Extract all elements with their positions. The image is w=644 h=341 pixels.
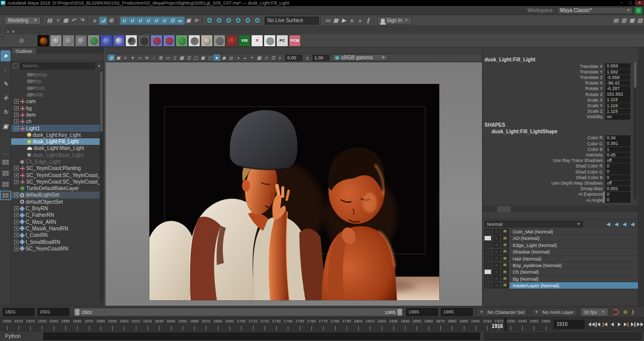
scale-tool-icon[interactable]: ▣: [1, 121, 11, 132]
panel-menu-item[interactable]: [126, 47, 134, 53]
resolution-gate-icon[interactable]: ▯: [171, 54, 178, 61]
outliner-row[interactable]: +C_FatherRN: [11, 212, 103, 218]
attr-value-field[interactable]: 0: [605, 197, 630, 203]
timeline-tick[interactable]: 1910: [481, 318, 493, 331]
outliner-scrollbar[interactable]: [100, 70, 103, 303]
chevron-down-icon[interactable]: ▼: [97, 64, 101, 68]
layer-blend-mode-select[interactable]: Normal ▼: [485, 221, 583, 227]
layer-renderable-toggle[interactable]: [484, 283, 492, 288]
expand-toggle-icon[interactable]: +: [14, 180, 19, 184]
fit-selection-icon[interactable]: [254, 17, 262, 25]
timeline-tick[interactable]: 1680: [212, 318, 223, 331]
current-frame-marker[interactable]: [505, 318, 507, 331]
field-chart-icon[interactable]: ⊡: [185, 54, 192, 61]
timeline-tick[interactable]: 1580: [95, 318, 106, 331]
lock-selection-icon[interactable]: ▣: [185, 17, 193, 25]
layer-renderable-toggle[interactable]: [484, 242, 492, 247]
gate-mask-icon[interactable]: ▩: [178, 54, 185, 61]
texture-face-icon[interactable]: [113, 35, 125, 47]
timeline-tick[interactable]: 1630: [153, 318, 165, 331]
evaluation-mode-icon[interactable]: [244, 17, 252, 25]
blue-grid-icon[interactable]: [100, 35, 112, 47]
red-dome-box2-icon[interactable]: [163, 35, 175, 47]
pcb-icon[interactable]: PCB: [289, 35, 301, 47]
layer-renderable-toggle[interactable]: [484, 235, 492, 241]
select-component-icon[interactable]: ⊞: [107, 17, 115, 25]
smooth-shade-icon[interactable]: ●: [213, 54, 220, 61]
divider[interactable]: [202, 17, 204, 25]
attr-value-field[interactable]: -6.287: [605, 86, 630, 92]
Edge_Light (Normal)[interactable]: ○▤Edge_Light (Normal): [482, 242, 638, 248]
motion-blur-icon[interactable]: ◓: [249, 54, 256, 61]
expand-toggle-icon[interactable]: +: [14, 166, 19, 170]
layer-type-icon[interactable]: ▤: [501, 263, 509, 268]
layer-renderable-toggle[interactable]: [484, 229, 492, 234]
timeline-tick[interactable]: 1540: [48, 318, 59, 331]
outliner-row[interactable]: front: [11, 85, 103, 92]
timeline-tick[interactable]: 1690: [223, 318, 235, 331]
attr-value-field[interactable]: 0.34: [605, 135, 630, 141]
layer-type-icon[interactable]: ▤: [501, 276, 509, 281]
timeline-tick[interactable]: 1800: [352, 318, 364, 331]
Coin_Mat (Normal)[interactable]: ○▤Coin_Mat (Normal): [482, 228, 638, 235]
timeline-tick[interactable]: 1730: [270, 318, 282, 331]
side-by-side-layout-icon[interactable]: [1, 181, 10, 188]
panel-menu-item[interactable]: [28, 54, 34, 61]
grip-handle[interactable]: [1, 36, 4, 45]
shelf-options-icon[interactable]: ▾: [11, 29, 16, 34]
red-dome-box-icon[interactable]: [150, 35, 163, 47]
render-sequence-icon[interactable]: »: [356, 17, 364, 25]
output-connections-icon[interactable]: [215, 17, 223, 25]
layer-type-icon[interactable]: ▤: [501, 229, 509, 234]
lock-camera-icon[interactable]: ▣: [115, 54, 122, 61]
select-tool-icon[interactable]: ➤: [1, 50, 11, 61]
masterLayer (Normal)[interactable]: ○▤masterLayer (Normal): [482, 282, 638, 289]
timeline-tick[interactable]: 1890: [458, 318, 469, 331]
sidebar-vertical-tab[interactable]: [638, 47, 639, 55]
character-set-select[interactable]: ▼ No Character Set: [476, 308, 528, 316]
live-surface-field[interactable]: No Live Surface: [265, 17, 319, 25]
outliner-row[interactable]: persp: [11, 71, 103, 78]
layer-type-icon[interactable]: ▤: [501, 255, 509, 261]
shaded-sphere-icon[interactable]: [75, 35, 87, 47]
outliner-row[interactable]: −Light1: [11, 125, 103, 131]
layer-type-icon[interactable]: ▤: [501, 283, 509, 288]
search-input[interactable]: [20, 63, 95, 69]
command-language-label[interactable]: Python: [0, 333, 43, 339]
workspace-select[interactable]: Maya Classic* ▼: [557, 7, 633, 14]
bookmark-icon[interactable]: ▾: [129, 54, 136, 61]
menu-set-select[interactable]: Modeling ▼: [5, 17, 41, 25]
attr-value-field[interactable]: on: [605, 114, 630, 120]
play-backwards-button[interactable]: [609, 319, 615, 329]
gamma-field[interactable]: 1.00: [312, 55, 330, 61]
timeline-tick[interactable]: 1770: [317, 318, 329, 331]
panel-menu-item[interactable]: [495, 49, 499, 55]
layer-recycle-icon[interactable]: ○: [493, 263, 500, 268]
step-back-key-button[interactable]: [602, 319, 608, 329]
maximize-button[interactable]: ◻: [626, 1, 635, 6]
expand-toggle-icon[interactable]: +: [14, 113, 19, 117]
green-export-icon[interactable]: [88, 35, 100, 47]
step-forward-frame-button[interactable]: [630, 319, 636, 329]
playback-loop-icon[interactable]: [612, 309, 619, 315]
oversampling-icon[interactable]: ∴: [150, 54, 157, 61]
grid-icon[interactable]: ⊞: [157, 54, 164, 61]
lasso-tool-icon[interactable]: ◌: [1, 64, 11, 75]
panel-menu-item[interactable]: [14, 54, 20, 61]
Hair (Normal)[interactable]: ○▤Hair (Normal): [482, 255, 638, 262]
expand-toggle-icon[interactable]: +: [14, 193, 19, 197]
multisample-aa-icon[interactable]: ▩: [256, 54, 263, 61]
single-pane-layout-icon[interactable]: [1, 158, 10, 166]
input-connections-icon[interactable]: [206, 17, 214, 25]
move-tool-icon[interactable]: ✢: [1, 93, 11, 104]
layer-editor-tab[interactable]: [482, 205, 497, 212]
go-to-start-button[interactable]: [588, 319, 594, 329]
undo-icon[interactable]: ↶: [70, 17, 78, 25]
four-pane-layout-icon[interactable]: [1, 169, 10, 177]
outliner-row[interactable]: +I_SmallBoatRN: [11, 238, 103, 245]
outliner-row[interactable]: dusk_Light:Back_Light: [11, 152, 103, 158]
animation-start-field[interactable]: 1501: [3, 308, 35, 316]
dark-sphere-icon[interactable]: [138, 35, 150, 47]
open-scene-icon[interactable]: ▿: [54, 17, 62, 25]
wireframe-icon[interactable]: ◻: [206, 54, 213, 61]
